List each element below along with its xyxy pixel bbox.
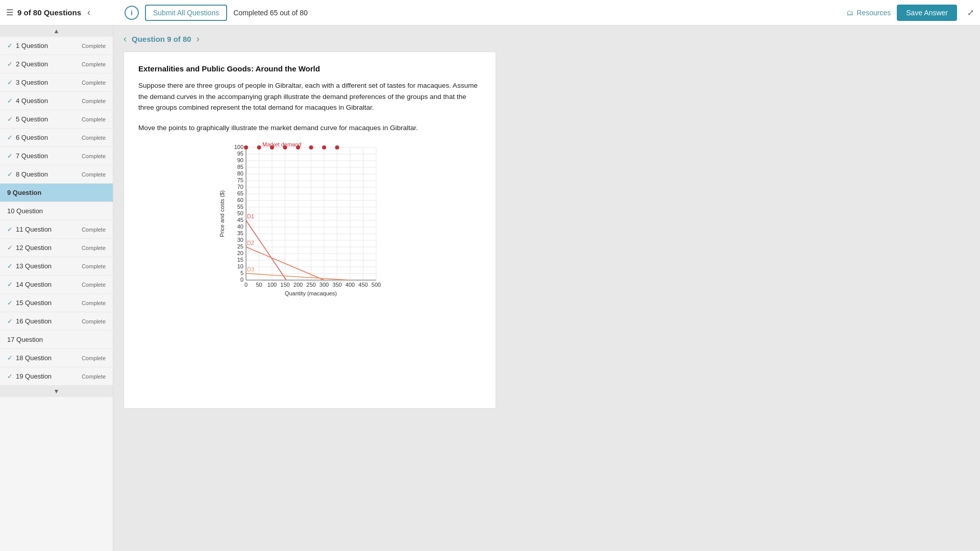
sidebar-item-label-9: 9 Question [7, 189, 41, 196]
svg-text:75: 75 [237, 177, 243, 183]
sidebar-item-4[interactable]: ✓ 4 Question Complete [0, 92, 113, 110]
status-badge-12: Complete [82, 245, 106, 251]
sidebar-item-label-1: 1 Question [16, 42, 48, 49]
sidebar-item-label-17: 17 Question [7, 336, 43, 343]
sidebar-item-12[interactable]: ✓ 12 Question Complete [0, 239, 113, 257]
sidebar-item-left-12: ✓ 12 Question [7, 244, 52, 252]
check-icon-5: ✓ [7, 115, 13, 123]
check-icon-3: ✓ [7, 79, 13, 86]
sidebar-item-label-16: 16 Question [16, 317, 52, 325]
sidebar-scroll-up[interactable]: ▲ [0, 26, 113, 37]
check-icon-11: ✓ [7, 226, 13, 233]
check-icon-18: ✓ [7, 354, 13, 362]
svg-text:500: 500 [372, 282, 381, 288]
status-badge-4: Complete [82, 98, 106, 104]
sidebar-item-5[interactable]: ✓ 5 Question Complete [0, 110, 113, 129]
header-title: 9 of 80 Questions [17, 8, 81, 17]
check-icon-6: ✓ [7, 134, 13, 141]
info-icon[interactable]: i [125, 6, 139, 20]
sidebar-item-2[interactable]: ✓ 2 Question Complete [0, 55, 113, 73]
sidebar-item-left-2: ✓ 2 Question [7, 60, 48, 68]
sidebar-item-19[interactable]: ✓ 19 Question Complete [0, 367, 113, 386]
sidebar-item-left-16: ✓ 16 Question [7, 317, 52, 325]
market-demand-point-8[interactable] [335, 145, 339, 149]
d2-label: D2 [247, 240, 254, 246]
status-badge-18: Complete [82, 355, 106, 361]
graph-container: 0 5 10 15 20 25 30 35 40 45 50 55 60 65 [138, 142, 481, 306]
svg-text:40: 40 [237, 223, 243, 230]
market-demand-point-1[interactable] [244, 145, 248, 149]
sidebar-item-label-5: 5 Question [16, 115, 48, 123]
svg-text:300: 300 [320, 282, 329, 288]
sidebar-item-3[interactable]: ✓ 3 Question Complete [0, 73, 113, 92]
sidebar-item-left-17: 17 Question [7, 336, 43, 343]
sidebar-item-6[interactable]: ✓ 6 Question Complete [0, 129, 113, 147]
sidebar-item-label-6: 6 Question [16, 134, 48, 141]
graph-wrapper: 0 5 10 15 20 25 30 35 40 45 50 55 60 65 [138, 142, 481, 306]
svg-text:45: 45 [237, 217, 243, 223]
svg-text:65: 65 [237, 190, 243, 196]
submit-all-button[interactable]: Submit All Questions [145, 5, 227, 21]
sidebar-item-left-10: 10 Question [7, 207, 43, 215]
status-badge-1: Complete [82, 43, 106, 49]
sidebar-item-14[interactable]: ✓ 14 Question Complete [0, 276, 113, 294]
sidebar-item-7[interactable]: ✓ 7 Question Complete [0, 147, 113, 165]
sidebar-item-left-14: ✓ 14 Question [7, 281, 52, 288]
next-question-button[interactable]: › [197, 34, 200, 44]
sidebar-item-11[interactable]: ✓ 11 Question Complete [0, 220, 113, 239]
save-answer-button[interactable]: Save Answer [897, 5, 957, 21]
expand-icon[interactable]: ⤢ [967, 8, 974, 17]
sidebar-item-16[interactable]: ✓ 16 Question Complete [0, 312, 113, 331]
svg-text:80: 80 [237, 170, 243, 177]
check-icon-14: ✓ [7, 281, 13, 288]
sidebar-item-left-9: 9 Question [7, 189, 41, 196]
check-icon-19: ✓ [7, 372, 13, 380]
svg-text:Quantity (macaques): Quantity (macaques) [285, 290, 337, 296]
market-demand-point-6[interactable] [309, 145, 313, 149]
market-demand-point-2[interactable] [257, 145, 261, 149]
svg-text:150: 150 [280, 282, 289, 288]
prev-question-button[interactable]: ‹ [124, 34, 127, 44]
sidebar-item-left-3: ✓ 3 Question [7, 79, 48, 86]
svg-text:450: 450 [358, 282, 368, 288]
sidebar-scroll-down[interactable]: ▼ [0, 386, 113, 397]
completed-text: Completed 65 out of 80 [233, 9, 840, 17]
sidebar-item-left-7: ✓ 7 Question [7, 152, 48, 160]
status-badge-2: Complete [82, 61, 106, 67]
sidebar-item-9[interactable]: 9 Question [0, 184, 113, 202]
status-badge-7: Complete [82, 153, 106, 159]
sidebar-item-label-13: 13 Question [16, 262, 52, 270]
sidebar-item-left-15: ✓ 15 Question [7, 299, 52, 307]
collapse-button[interactable]: ‹ [87, 7, 90, 18]
resources-label: Resources [856, 9, 891, 17]
svg-text:400: 400 [346, 282, 355, 288]
sidebar-item-13[interactable]: ✓ 13 Question Complete [0, 257, 113, 276]
sidebar-item-left-6: ✓ 6 Question [7, 134, 48, 141]
sidebar-item-10[interactable]: 10 Question [0, 202, 113, 220]
sidebar-item-label-10: 10 Question [7, 207, 43, 215]
svg-text:250: 250 [306, 282, 315, 288]
check-icon-1: ✓ [7, 42, 13, 49]
sidebar-item-8[interactable]: ✓ 8 Question Complete [0, 165, 113, 184]
sidebar-item-label-7: 7 Question [16, 152, 48, 160]
market-demand-point-7[interactable] [322, 145, 326, 149]
svg-text:55: 55 [237, 204, 243, 210]
svg-text:95: 95 [237, 151, 243, 157]
sidebar-item-left-18: ✓ 18 Question [7, 354, 52, 362]
sidebar-item-17[interactable]: 17 Question [0, 331, 113, 349]
d3-label: D3 [247, 266, 254, 272]
question-nav-title: Question 9 of 80 [132, 35, 191, 43]
menu-icon[interactable]: ☰ [6, 8, 13, 17]
svg-text:35: 35 [237, 230, 243, 236]
sidebar-item-18[interactable]: ✓ 18 Question Complete [0, 349, 113, 367]
sidebar-item-15[interactable]: ✓ 15 Question Complete [0, 294, 113, 312]
sidebar-item-left-19: ✓ 19 Question [7, 372, 52, 380]
svg-text:0: 0 [240, 277, 243, 283]
svg-text:30: 30 [237, 237, 243, 243]
sidebar-item-label-3: 3 Question [16, 79, 48, 86]
resources-button[interactable]: 🗂 Resources [846, 9, 891, 17]
svg-text:50: 50 [237, 210, 243, 216]
sidebar-item-1[interactable]: ✓ 1 Question Complete [0, 37, 113, 55]
svg-text:70: 70 [237, 184, 243, 190]
status-badge-6: Complete [82, 135, 106, 141]
